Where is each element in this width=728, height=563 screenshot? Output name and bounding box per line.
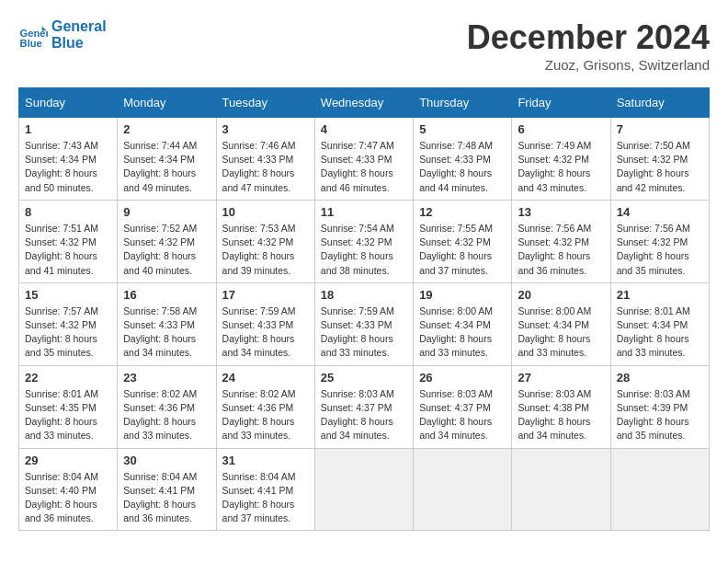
day-cell-19: 19 Sunrise: 8:00 AM Sunset: 4:34 PM Dayl… [414, 282, 512, 365]
day-number: 17 [222, 288, 309, 302]
day-cell-3: 3 Sunrise: 7:46 AM Sunset: 4:33 PM Dayli… [216, 118, 314, 201]
day-info: Sunrise: 8:00 AM Sunset: 4:34 PM Dayligh… [419, 304, 506, 361]
logo-line1: General [51, 18, 107, 35]
day-info: Sunrise: 7:44 AM Sunset: 4:34 PM Dayligh… [123, 139, 210, 195]
day-info: Sunrise: 8:04 AM Sunset: 4:41 PM Dayligh… [222, 470, 309, 526]
day-info: Sunrise: 7:55 AM Sunset: 4:32 PM Dayligh… [419, 222, 506, 278]
day-number: 10 [222, 205, 309, 219]
logo-line2: Blue [51, 35, 107, 52]
day-info: Sunrise: 8:00 AM Sunset: 4:34 PM Dayligh… [518, 304, 604, 361]
header-thursday: Thursday [414, 88, 512, 118]
empty-cell [314, 448, 413, 531]
day-info: Sunrise: 8:02 AM Sunset: 4:36 PM Dayligh… [123, 387, 210, 443]
day-info: Sunrise: 8:01 AM Sunset: 4:34 PM Dayligh… [617, 304, 703, 361]
day-cell-10: 10 Sunrise: 7:53 AM Sunset: 4:32 PM Dayl… [216, 200, 314, 282]
day-number: 25 [321, 371, 407, 385]
day-number: 11 [321, 205, 407, 219]
header-friday: Friday [512, 88, 610, 118]
day-cell-6: 6 Sunrise: 7:49 AM Sunset: 4:32 PM Dayli… [512, 118, 610, 201]
day-number: 13 [518, 205, 604, 219]
calendar-table: Sunday Monday Tuesday Wednesday Thursday… [18, 87, 710, 531]
day-number: 29 [25, 454, 111, 467]
header-saturday: Saturday [610, 88, 709, 118]
day-cell-23: 23 Sunrise: 8:02 AM Sunset: 4:36 PM Dayl… [118, 365, 216, 448]
day-cell-25: 25 Sunrise: 8:03 AM Sunset: 4:37 PM Dayl… [314, 365, 413, 448]
day-number: 30 [123, 454, 210, 467]
day-info: Sunrise: 7:59 AM Sunset: 4:33 PM Dayligh… [222, 304, 309, 361]
day-info: Sunrise: 8:01 AM Sunset: 4:35 PM Dayligh… [25, 387, 111, 443]
header-monday: Monday [118, 88, 216, 118]
day-info: Sunrise: 8:04 AM Sunset: 4:41 PM Dayligh… [123, 470, 210, 526]
day-info: Sunrise: 8:04 AM Sunset: 4:40 PM Dayligh… [25, 470, 111, 526]
day-number: 12 [419, 205, 506, 219]
day-info: Sunrise: 8:03 AM Sunset: 4:38 PM Dayligh… [518, 387, 604, 443]
day-info: Sunrise: 7:54 AM Sunset: 4:32 PM Dayligh… [321, 222, 407, 278]
day-cell-21: 21 Sunrise: 8:01 AM Sunset: 4:34 PM Dayl… [610, 282, 709, 365]
day-cell-11: 11 Sunrise: 7:54 AM Sunset: 4:32 PM Dayl… [314, 200, 413, 282]
day-info: Sunrise: 7:46 AM Sunset: 4:33 PM Dayligh… [222, 139, 309, 195]
day-info: Sunrise: 8:03 AM Sunset: 4:37 PM Dayligh… [419, 387, 506, 443]
day-cell-29: 29 Sunrise: 8:04 AM Sunset: 4:40 PM Dayl… [19, 448, 118, 531]
day-info: Sunrise: 7:49 AM Sunset: 4:32 PM Dayligh… [518, 139, 604, 195]
page-header: General Blue General Blue December 2024 … [18, 18, 710, 73]
month-title: December 2024 [467, 18, 710, 57]
day-cell-1: 1 Sunrise: 7:43 AM Sunset: 4:34 PM Dayli… [19, 118, 118, 201]
day-info: Sunrise: 7:56 AM Sunset: 4:32 PM Dayligh… [518, 222, 604, 278]
day-cell-4: 4 Sunrise: 7:47 AM Sunset: 4:33 PM Dayli… [314, 118, 413, 201]
day-info: Sunrise: 7:57 AM Sunset: 4:32 PM Dayligh… [25, 304, 111, 361]
day-cell-22: 22 Sunrise: 8:01 AM Sunset: 4:35 PM Dayl… [19, 365, 118, 448]
day-cell-18: 18 Sunrise: 7:59 AM Sunset: 4:33 PM Dayl… [314, 282, 413, 365]
day-info: Sunrise: 8:02 AM Sunset: 4:36 PM Dayligh… [222, 387, 309, 443]
day-cell-24: 24 Sunrise: 8:02 AM Sunset: 4:36 PM Dayl… [216, 365, 314, 448]
day-number: 21 [617, 288, 703, 302]
day-number: 19 [419, 288, 506, 302]
day-number: 7 [617, 122, 703, 136]
day-info: Sunrise: 7:53 AM Sunset: 4:32 PM Dayligh… [222, 222, 309, 278]
day-info: Sunrise: 7:47 AM Sunset: 4:33 PM Dayligh… [321, 139, 407, 195]
day-info: Sunrise: 7:52 AM Sunset: 4:32 PM Dayligh… [123, 222, 210, 278]
day-number: 23 [123, 371, 210, 385]
day-info: Sunrise: 8:03 AM Sunset: 4:39 PM Dayligh… [617, 387, 703, 443]
day-info: Sunrise: 7:48 AM Sunset: 4:33 PM Dayligh… [419, 139, 506, 195]
header-sunday: Sunday [19, 88, 118, 118]
week-row-3: 15 Sunrise: 7:57 AM Sunset: 4:32 PM Dayl… [19, 282, 710, 365]
day-number: 22 [25, 371, 111, 385]
day-info: Sunrise: 7:43 AM Sunset: 4:34 PM Dayligh… [25, 139, 111, 195]
day-number: 20 [518, 288, 604, 302]
day-cell-30: 30 Sunrise: 8:04 AM Sunset: 4:41 PM Dayl… [118, 448, 216, 531]
day-number: 14 [617, 205, 703, 219]
week-row-4: 22 Sunrise: 8:01 AM Sunset: 4:35 PM Dayl… [19, 365, 710, 448]
day-number: 2 [123, 122, 210, 136]
day-number: 9 [123, 205, 210, 219]
day-cell-31: 31 Sunrise: 8:04 AM Sunset: 4:41 PM Dayl… [216, 448, 314, 531]
day-info: Sunrise: 7:51 AM Sunset: 4:32 PM Dayligh… [25, 222, 111, 278]
day-cell-12: 12 Sunrise: 7:55 AM Sunset: 4:32 PM Dayl… [414, 200, 512, 282]
day-cell-8: 8 Sunrise: 7:51 AM Sunset: 4:32 PM Dayli… [19, 200, 118, 282]
day-cell-16: 16 Sunrise: 7:58 AM Sunset: 4:33 PM Dayl… [118, 282, 216, 365]
day-cell-14: 14 Sunrise: 7:56 AM Sunset: 4:32 PM Dayl… [610, 200, 709, 282]
day-number: 31 [222, 454, 309, 467]
header-tuesday: Tuesday [216, 88, 314, 118]
svg-text:Blue: Blue [20, 38, 42, 49]
day-number: 1 [25, 122, 111, 136]
week-row-1: 1 Sunrise: 7:43 AM Sunset: 4:34 PM Dayli… [19, 118, 710, 201]
day-number: 28 [617, 371, 703, 385]
day-info: Sunrise: 7:58 AM Sunset: 4:33 PM Dayligh… [123, 304, 210, 361]
logo-icon: General Blue [18, 20, 48, 50]
day-cell-2: 2 Sunrise: 7:44 AM Sunset: 4:34 PM Dayli… [118, 118, 216, 201]
day-number: 26 [419, 371, 506, 385]
day-cell-9: 9 Sunrise: 7:52 AM Sunset: 4:32 PM Dayli… [118, 200, 216, 282]
day-number: 18 [321, 288, 407, 302]
day-number: 6 [518, 122, 604, 136]
empty-cell [414, 448, 512, 531]
title-block: December 2024 Zuoz, Grisons, Switzerland [467, 18, 710, 73]
day-number: 4 [321, 122, 407, 136]
day-info: Sunrise: 8:03 AM Sunset: 4:37 PM Dayligh… [321, 387, 407, 443]
day-info: Sunrise: 7:50 AM Sunset: 4:32 PM Dayligh… [617, 139, 703, 195]
day-number: 5 [419, 122, 506, 136]
empty-cell [512, 448, 610, 531]
week-row-5: 29 Sunrise: 8:04 AM Sunset: 4:40 PM Dayl… [19, 448, 710, 531]
empty-cell [610, 448, 709, 531]
day-number: 24 [222, 371, 309, 385]
day-cell-28: 28 Sunrise: 8:03 AM Sunset: 4:39 PM Dayl… [610, 365, 709, 448]
